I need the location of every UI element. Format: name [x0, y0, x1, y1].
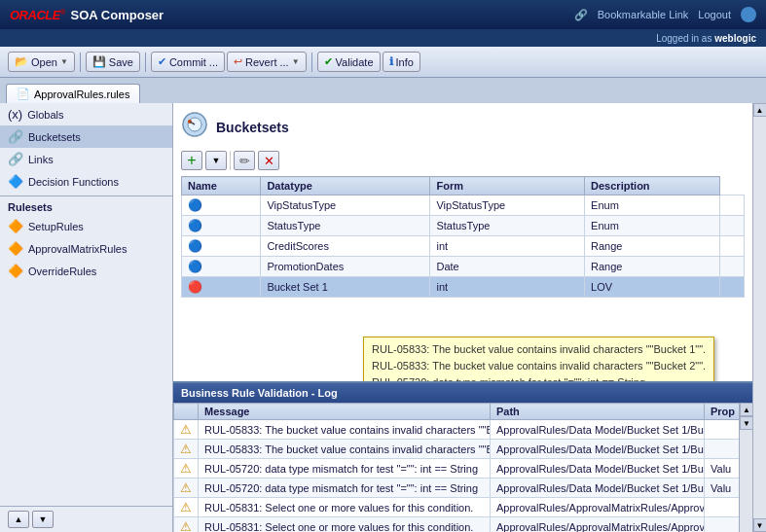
row-name[interactable]: CreditScores	[261, 236, 430, 257]
row-form: Range	[585, 257, 720, 277]
open-button[interactable]: 📂 Open ▼	[8, 52, 75, 72]
warn-icon-cell: ⚠	[174, 420, 199, 440]
links-icon: 🔗	[8, 152, 23, 166]
sep1	[80, 53, 81, 72]
table-row[interactable]: 🔵 StatusType StatusType Enum	[182, 216, 745, 236]
validation-row[interactable]: ⚠ RUL-05720: data type mismatch for test…	[174, 459, 740, 479]
logged-in-text: Logged in as weblogic	[656, 33, 756, 44]
sidebar-item-links[interactable]: 🔗 Links	[0, 148, 172, 170]
scroll-top-arrow[interactable]: ▲	[753, 103, 767, 117]
logout-link[interactable]: Logout	[698, 9, 731, 20]
row-icon: 🔴	[188, 280, 202, 294]
col-icon	[174, 404, 199, 420]
val-message: RUL-05833: The bucket value contains inv…	[199, 440, 491, 459]
row-datatype: Date	[430, 257, 585, 277]
validation-scrollbar[interactable]: ▲ ▼	[739, 403, 752, 532]
sidebar-item-globals[interactable]: (x) Globals	[0, 103, 172, 125]
warn-icon: ⚠	[180, 422, 192, 437]
commit-icon: ✔	[158, 55, 166, 68]
row-name[interactable]: StatusType	[261, 216, 430, 236]
row-icon-cell: 🔵	[182, 195, 261, 216]
row-icon: 🔵	[188, 239, 202, 253]
val-path: ApprovalRules/ApprovalMatrixRules/Approv…	[491, 517, 705, 533]
approval-rules-tab[interactable]: 📄 ApprovalRules.rules	[6, 84, 140, 103]
save-button[interactable]: 💾 Save	[86, 52, 140, 72]
validation-table: Message Path Prop ⚠ RUL-05833: The bucke…	[173, 403, 739, 532]
val-table-wrap: Message Path Prop ⚠ RUL-05833: The bucke…	[173, 403, 739, 532]
validation-row[interactable]: ⚠ RUL-05831: Select one or more values f…	[174, 498, 740, 517]
val-path: ApprovalRules/Data Model/Bucket Set 1/Bu…	[491, 440, 705, 459]
nav-up-btn[interactable]: ▲	[8, 511, 29, 528]
table-row[interactable]: 🔵 CreditScores int Range	[182, 236, 745, 257]
validation-row[interactable]: ⚠ RUL-05831: Select one or more values f…	[174, 517, 740, 533]
revert-dropdown-arrow[interactable]: ▼	[292, 57, 300, 66]
info-button[interactable]: ℹ Info	[383, 52, 420, 72]
add-bucketset-button[interactable]: +	[181, 151, 202, 170]
row-description	[720, 236, 745, 257]
delete-bucketset-button[interactable]: ✕	[258, 151, 279, 170]
val-path: ApprovalRules/Data Model/Bucket Set 1/Bu…	[491, 459, 705, 479]
row-name[interactable]: Bucket Set 1	[261, 277, 430, 298]
scroll-down-arrow[interactable]: ▼	[740, 416, 752, 430]
row-form: Enum	[585, 195, 720, 216]
dropdown-arrow-btn[interactable]: ▼	[205, 151, 227, 170]
bucketsets-table: Name Datatype Form Description 🔵 VipStat…	[181, 176, 745, 298]
popup-line: RUL-05833: The bucket value contains inv…	[372, 358, 706, 374]
main-area: (x) Globals 🔗 Bucketsets 🔗 Links 🔷 Decis…	[0, 103, 766, 532]
scroll-up-arrow[interactable]: ▲	[740, 403, 752, 416]
user-icon	[741, 7, 756, 22]
table-row[interactable]: 🔵 PromotionDates Date Range	[182, 257, 745, 277]
link-icon: 🔗	[574, 9, 588, 21]
revert-icon: ↩	[234, 55, 242, 68]
override-rules-icon: 🔶	[8, 264, 23, 278]
row-name[interactable]: PromotionDates	[261, 257, 430, 277]
table-row[interactable]: 🔵 VipStatusType VipStatusType Enum	[182, 195, 745, 216]
nav-down-btn[interactable]: ▼	[32, 511, 54, 528]
revert-button[interactable]: ↩ Revert ... ▼	[227, 52, 307, 72]
globals-icon: (x)	[8, 107, 22, 122]
row-name[interactable]: VipStatusType	[261, 195, 430, 216]
commit-button[interactable]: ✔ Commit ...	[151, 52, 225, 72]
sidebar-item-bucketsets[interactable]: 🔗 Bucketsets	[0, 125, 172, 148]
decision-functions-icon: 🔷	[8, 174, 23, 189]
validate-button[interactable]: ✔ Validate	[317, 52, 381, 72]
val-message: RUL-05831: Select one or more values for…	[199, 498, 491, 517]
validation-panel: Business Rule Validation - Log Message P…	[173, 381, 752, 532]
warn-icon: ⚠	[180, 480, 192, 495]
sidebar-item-approval-matrix-rules[interactable]: 🔶 ApprovalMatrixRules	[0, 237, 172, 260]
bucketsets-icon: 🔗	[8, 129, 23, 144]
row-icon-cell: 🔵	[182, 236, 261, 257]
row-icon: 🔵	[188, 219, 202, 232]
warn-icon: ⚠	[180, 442, 192, 456]
val-prop: Valu	[705, 479, 740, 498]
bookmarkable-link[interactable]: Bookmarkable Link	[598, 9, 689, 20]
sidebar-item-override-rules[interactable]: 🔶 OverrideRules	[0, 260, 172, 282]
tab-bar: 📄 ApprovalRules.rules	[0, 78, 766, 103]
validation-row[interactable]: ⚠ RUL-05833: The bucket value contains i…	[174, 420, 740, 440]
validation-header: Business Rule Validation - Log	[173, 383, 752, 403]
row-icon-cell: 🔵	[182, 216, 261, 236]
val-prop	[705, 517, 740, 533]
top-bar: ORACLE® SOA Composer 🔗 Bookmarkable Link…	[0, 0, 766, 29]
col-description: Description	[585, 177, 720, 195]
popup-line: RUL-05833: The bucket value contains inv…	[372, 341, 706, 358]
warn-icon-cell: ⚠	[174, 479, 199, 498]
sidebar-item-setup-rules[interactable]: 🔶 SetupRules	[0, 215, 172, 237]
scroll-bottom-arrow[interactable]: ▼	[753, 518, 767, 532]
open-dropdown-arrow[interactable]: ▼	[60, 57, 68, 66]
validate-icon: ✔	[324, 55, 333, 68]
sidebar-nav: ▲ ▼	[0, 506, 172, 532]
val-panel-content: Message Path Prop ⚠ RUL-05833: The bucke…	[173, 403, 752, 532]
table-row[interactable]: 🔴 Bucket Set 1 int LOV	[182, 277, 745, 298]
validation-row[interactable]: ⚠ RUL-05833: The bucket value contains i…	[174, 440, 740, 459]
row-description	[720, 195, 745, 216]
main-scrollbar[interactable]: ▲ ▼	[752, 103, 766, 532]
warn-icon: ⚠	[180, 519, 192, 532]
sidebar-item-decision-functions[interactable]: 🔷 Decision Functions	[0, 170, 172, 193]
row-datatype: StatusType	[430, 216, 585, 236]
content-area: Bucketsets + ▼ ✏ ✕ Name Datatype Form De…	[173, 103, 752, 532]
edit-bucketset-button[interactable]: ✏	[234, 151, 255, 170]
val-message: RUL-05720: data type mismatch for test "…	[199, 479, 491, 498]
validation-row[interactable]: ⚠ RUL-05720: data type mismatch for test…	[174, 479, 740, 498]
warn-icon: ⚠	[180, 461, 192, 476]
